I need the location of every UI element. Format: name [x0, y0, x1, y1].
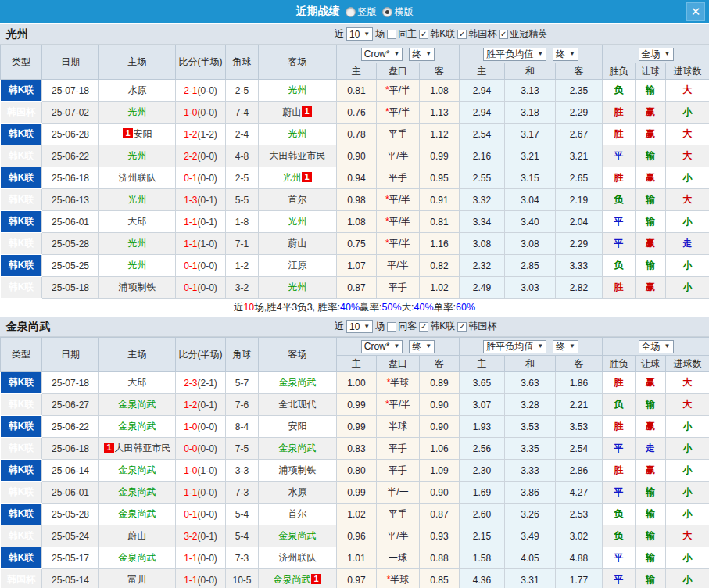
same-venue-filter[interactable]: 同客 [387, 320, 417, 333]
team-name: 金泉尚武 [119, 486, 156, 497]
score-cell: 2-1(0-0) [176, 80, 226, 102]
euro-state-select[interactable]: 终▼ [553, 340, 578, 353]
euro-odds-select[interactable]: 胜平负均值▼ [483, 48, 546, 61]
euro-home-odds: 2.55 [460, 167, 505, 189]
goals-result-cell: 小 [666, 482, 709, 504]
same-venue-filter[interactable]: 同主 [387, 27, 417, 41]
euro-draw-odds: 3.03 [505, 277, 556, 299]
team-name: 大邱 [128, 216, 147, 227]
checkbox-icon[interactable]: ✓ [457, 30, 467, 39]
games-count-value: 10 [349, 29, 360, 40]
games-count-select[interactable]: 10 ▼ [346, 27, 373, 41]
euro-away-odds: 3.21 [556, 145, 603, 167]
euro-away-odds: 2.54 [556, 438, 603, 460]
team-name: 安阳 [134, 128, 152, 139]
scope-select[interactable]: 全场▼ [639, 340, 674, 353]
checkbox-icon[interactable] [387, 30, 396, 39]
euro-home-odds: 3.34 [460, 211, 505, 233]
result-cell: 负 [603, 525, 636, 547]
checkbox-icon[interactable] [387, 322, 396, 332]
layout-option-vertical[interactable]: 竖版 [346, 5, 377, 19]
league-badge: 韩K联 [1, 547, 42, 569]
sub-col-ah-line: 盘口 [377, 63, 420, 80]
corner-cell: 7-3 [226, 482, 259, 504]
league-filter[interactable]: ✓韩K联 [419, 27, 455, 41]
live-line-marker: * [387, 574, 391, 585]
league-filter[interactable]: ✓韩国杯 [457, 27, 496, 41]
odds-state-select[interactable]: 终▼ [409, 48, 435, 61]
euro-away-odds: 2.29 [556, 102, 603, 124]
odds-company-select[interactable]: Crow*▼ [361, 48, 403, 61]
euro-odds-select[interactable]: 胜平负均值▼ [483, 340, 546, 353]
team-name: 蔚山 [288, 238, 307, 249]
euro-home-odds: 2.54 [460, 124, 505, 145]
corner-cell: 7-5 [226, 438, 259, 460]
match-date: 25-06-01 [42, 211, 99, 233]
record-summary: 近10场,胜4平3负3, 胜率:40% 赢率:50% 大:40% 单率:60% [0, 299, 709, 316]
ah-line: 平/半 [377, 525, 420, 547]
fulltime-score: 2-2 [184, 151, 197, 162]
match-date: 25-06-18 [42, 438, 99, 460]
ah-away-odds: 1.16 [420, 233, 460, 255]
scope-select[interactable]: 全场▼ [639, 48, 674, 61]
chevron-down-icon: ▼ [425, 343, 431, 350]
games-count-select[interactable]: 10 ▼ [346, 320, 373, 333]
match-date: 25-05-24 [42, 525, 99, 547]
halftime-score: (0-0) [198, 151, 217, 162]
home-team-cell: 金泉尚武 [99, 394, 176, 416]
goals-result-cell: 大 [666, 80, 709, 102]
league-badge: 韩国杯 [1, 102, 42, 124]
score-cell: 0-1(0-0) [176, 167, 226, 189]
odds-state-select[interactable]: 终▼ [409, 340, 435, 353]
checkbox-icon[interactable]: ✓ [499, 30, 508, 39]
radio-icon-vertical[interactable] [346, 7, 356, 17]
layout-option-horizontal[interactable]: 横版 [382, 5, 414, 19]
away-team-cell: 首尔 [259, 189, 337, 211]
match-row: 韩K联 25-06-01 金泉尚武 1-1(0-0) 7-3 水原 0.99 半… [1, 482, 709, 504]
checkbox-icon[interactable]: ✓ [419, 30, 428, 39]
sub-col-ah-away: 客 [420, 63, 460, 80]
section-header-away-team: 金泉尚武 近 10 ▼ 场 同客 ✓韩K联✓韩国杯 [0, 316, 709, 337]
away-team-cell: 金泉尚武 [259, 525, 337, 547]
halftime-score: (0-1) [198, 195, 217, 206]
euro-draw-odds: 3.35 [505, 438, 556, 460]
col-home: 主场 [99, 45, 176, 80]
halftime-score: (1-2) [198, 129, 217, 140]
col-away: 客场 [259, 45, 337, 80]
checkbox-icon[interactable]: ✓ [419, 322, 428, 332]
corner-cell: 7-3 [226, 547, 259, 569]
away-team-cell: 光州1 [259, 167, 337, 189]
goals-result-cell: 走 [666, 233, 709, 255]
result-cell: 平 [603, 145, 636, 167]
halftime-score: (0-0) [198, 107, 217, 118]
close-button[interactable]: ✕ [686, 2, 705, 21]
match-row: 韩K联 25-05-28 光州 1-1(1-0) 7-1 蔚山 0.75 *平/… [1, 233, 709, 255]
euro-draw-odds: 3.04 [505, 189, 556, 211]
euro-draw-odds: 2.85 [505, 255, 556, 277]
euro-state-select[interactable]: 终▼ [553, 48, 578, 61]
sub-col-eu-home: 主 [460, 356, 505, 372]
odds-company-select[interactable]: Crow*▼ [361, 340, 403, 353]
radio-icon-horizontal[interactable] [382, 7, 392, 17]
team-name: 金泉尚武 [279, 377, 317, 388]
league-filter[interactable]: ✓韩K联 [419, 320, 455, 333]
checkbox-icon[interactable]: ✓ [457, 322, 467, 332]
ah-line: 平手 [377, 438, 420, 460]
league-filter[interactable]: ✓亚冠精英 [499, 27, 547, 41]
team-title: 光州 [6, 27, 28, 41]
col-score: 比分(半场) [176, 338, 226, 372]
ah-away-odds: 1.06 [420, 438, 460, 460]
fulltime-score: 0-1 [184, 509, 197, 520]
corner-cell: 2-5 [226, 80, 259, 102]
layout-horizontal-label: 横版 [395, 5, 414, 19]
team-name: 光州 [128, 106, 147, 117]
league-filter[interactable]: ✓韩国杯 [457, 320, 496, 333]
home-team-cell: 蔚山 [99, 525, 176, 547]
team-title: 金泉尚武 [6, 320, 50, 334]
col-corner: 角球 [226, 338, 259, 372]
home-team-cell: 金泉尚武 [99, 504, 176, 525]
fulltime-score: 1-1 [184, 553, 197, 564]
fulltime-score: 1-2 [184, 129, 197, 140]
corner-cell: 4-8 [226, 145, 259, 167]
result-cell: 负 [603, 80, 636, 102]
